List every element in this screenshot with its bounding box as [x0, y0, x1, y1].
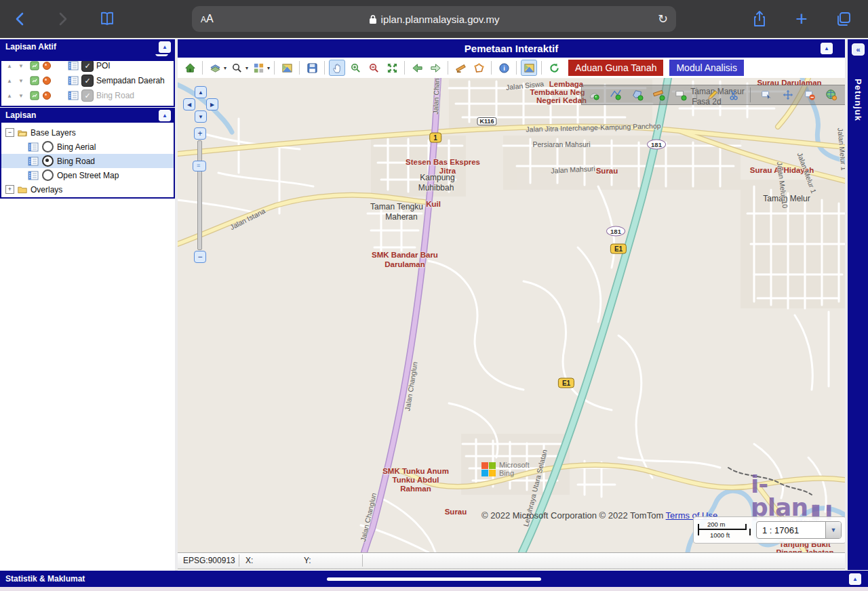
measure-length-icon[interactable]: [452, 60, 469, 76]
legend-tab[interactable]: Petunjuk: [853, 79, 863, 121]
pan-down-icon[interactable]: ▼: [195, 110, 207, 123]
arrow-down-icon[interactable]: ▼: [18, 78, 27, 84]
measure-area-icon[interactable]: [471, 60, 487, 76]
arrow-down-icon[interactable]: ▼: [18, 93, 27, 99]
collapse-arrow-icon[interactable]: ▲: [159, 41, 171, 53]
layer-checkbox[interactable]: ✓: [81, 60, 94, 72]
basemap-radio[interactable]: [42, 141, 54, 152]
tree-layer-icon: [68, 90, 79, 101]
address-bar[interactable]: AA iplan.planmalaysia.gov.my ↻: [192, 6, 676, 32]
epsg-label: EPSG:900913: [183, 556, 235, 565]
green-chart-icon: [30, 61, 39, 70]
identify-icon[interactable]: i: [496, 60, 512, 76]
collapse-node-icon[interactable]: −: [5, 128, 14, 137]
edit-icon[interactable]: [705, 87, 721, 103]
poi-label: Tunku Abdul: [393, 476, 439, 484]
layers-panel-header[interactable]: Lapisan ▲: [0, 108, 175, 123]
zoom-in-icon[interactable]: [347, 60, 363, 76]
layer-checkbox[interactable]: ✓: [81, 89, 94, 102]
share-icon[interactable]: [750, 9, 769, 28]
home-indicator[interactable]: [327, 577, 541, 581]
globe-icon[interactable]: [823, 87, 840, 103]
draw-polygon-icon[interactable]: [629, 87, 646, 103]
zoom-extent-icon[interactable]: [384, 60, 400, 76]
active-layers-list: ▲▼✓POI▲▼✓Sempadan Daerah▲▼✓Bing Road: [0, 54, 175, 107]
zoom-out-icon[interactable]: [366, 60, 382, 76]
dropdown-caret-icon[interactable]: ▾: [224, 65, 226, 71]
zoom-in-button[interactable]: +: [194, 127, 206, 140]
tree-group-overlays[interactable]: Overlays: [31, 185, 62, 195]
zoom-out-button[interactable]: −: [194, 251, 206, 263]
collapse-arrow-icon[interactable]: ▲: [159, 110, 171, 121]
orange-dot-icon: [42, 91, 52, 100]
pan-left-icon[interactable]: ◀: [183, 98, 195, 110]
forward-icon[interactable]: [53, 9, 72, 28]
basemap-option-open-street-map[interactable]: Open Street Map: [57, 171, 119, 180]
orange-dot-icon: [42, 76, 52, 85]
poi-label: Surau: [445, 508, 467, 516]
arrow-up-icon[interactable]: ▲: [7, 93, 16, 99]
basemap-radio[interactable]: [42, 169, 54, 181]
measure-tool-icon[interactable]: [651, 87, 667, 103]
previous-extent-icon[interactable]: [409, 60, 425, 76]
aduan-guna-tanah-button[interactable]: Aduan Guna Tanah: [568, 60, 663, 76]
arrow-down-icon[interactable]: ▼: [18, 63, 27, 69]
map-viewport[interactable]: LembagaTembakau NegNegeri KedahStesen Ba…: [178, 78, 845, 552]
basemap-menu-icon[interactable]: [250, 60, 267, 76]
back-icon[interactable]: [11, 9, 30, 28]
text-size-button[interactable]: AA: [201, 13, 214, 25]
basemap-option-bing-road[interactable]: Bing Road: [57, 157, 95, 166]
draw-line-icon[interactable]: [608, 87, 624, 103]
pan-right-icon[interactable]: ▶: [206, 98, 218, 110]
dropdown-caret-icon[interactable]: ▾: [245, 65, 248, 71]
map-collapse-button[interactable]: ▲: [821, 43, 833, 54]
arrow-up-icon[interactable]: ▲: [7, 78, 16, 84]
active-layers-panel-title: Lapisan Aktif: [5, 42, 56, 52]
legend-strip: « Petunjuk: [848, 39, 868, 570]
delete-geometry-icon[interactable]: [802, 87, 818, 103]
zoom-slider-handle[interactable]: [193, 161, 206, 171]
home-icon[interactable]: [182, 60, 198, 76]
modul-analisis-button[interactable]: Modul Analisis: [669, 60, 744, 76]
basemap-radio[interactable]: [42, 155, 54, 167]
next-extent-icon[interactable]: [427, 60, 443, 76]
active-layers-panel-header[interactable]: Lapisan Aktif ▲: [0, 39, 175, 54]
pan-up-icon[interactable]: ▲: [195, 86, 207, 98]
new-tab-icon[interactable]: +: [792, 9, 811, 28]
layers-tree: −Base LayersBing AerialBing RoadOpen Str…: [0, 123, 175, 199]
draw-point-icon[interactable]: [586, 87, 602, 103]
dropdown-caret-icon[interactable]: ▾: [267, 65, 270, 71]
bookmarks-icon[interactable]: [98, 9, 117, 28]
tree-group-base-layers[interactable]: Base Layers: [31, 128, 76, 138]
page-title: Pemetaan Interaktif: [465, 43, 558, 54]
layers-menu-icon[interactable]: [207, 60, 223, 76]
poi-label: Lembaga: [549, 80, 584, 88]
cut-icon[interactable]: [726, 87, 743, 103]
route-shield: 1: [429, 133, 441, 143]
scale-select[interactable]: 1 : 17061 ▼: [756, 521, 842, 539]
zoom-slider-track[interactable]: [197, 140, 202, 250]
refresh-icon[interactable]: [546, 60, 562, 76]
arrow-up-icon[interactable]: ▲: [7, 63, 16, 69]
expand-node-icon[interactable]: +: [5, 185, 14, 194]
save-icon[interactable]: [304, 60, 320, 76]
map-toggle-icon[interactable]: [521, 60, 537, 76]
zoom-menu-icon[interactable]: [229, 60, 245, 76]
folder-closed-icon: [18, 185, 27, 195]
reload-icon[interactable]: ↻: [658, 12, 668, 26]
basemap-option-bing-aerial[interactable]: Bing Aerial: [57, 142, 96, 152]
draw-rect-icon[interactable]: [673, 87, 689, 103]
overview-map-icon[interactable]: [279, 60, 295, 76]
pan-icon[interactable]: [329, 60, 345, 76]
route-shield: 181: [606, 226, 625, 237]
poi-label: Kuil: [426, 200, 441, 208]
select-icon[interactable]: [758, 87, 774, 103]
statistics-bar[interactable]: Statistik & Maklumat ▲: [0, 571, 868, 587]
active-layer-label: Sempadan Daerah: [96, 76, 165, 85]
move-icon[interactable]: [780, 87, 796, 103]
legend-collapse-button[interactable]: «: [852, 43, 865, 56]
tabs-icon[interactable]: [834, 9, 853, 28]
layer-checkbox[interactable]: ✓: [81, 75, 94, 87]
statistics-collapse-button[interactable]: ▲: [849, 573, 861, 585]
poi-label: Darulaman: [384, 260, 425, 268]
